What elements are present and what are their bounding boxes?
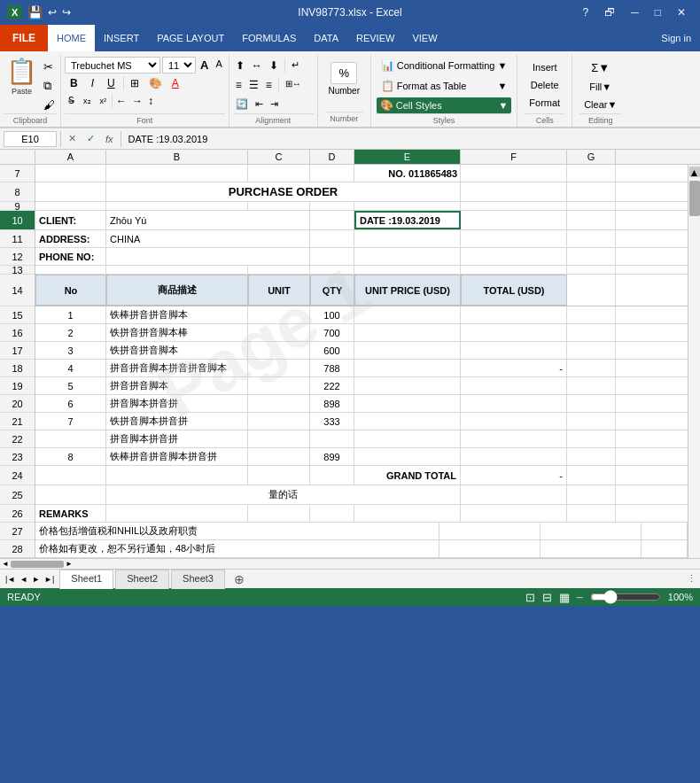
- cell-g9[interactable]: [567, 202, 616, 210]
- horizontal-scrollbar[interactable]: ◄ ►: [0, 558, 700, 569]
- row-header-11[interactable]: 11: [0, 230, 35, 248]
- cell-d15[interactable]: 100: [310, 306, 354, 323]
- row-header-14[interactable]: 14: [0, 275, 35, 306]
- cell-f14[interactable]: TOTAL (USD): [461, 275, 567, 306]
- cell-c14[interactable]: UNIT: [248, 275, 310, 306]
- cut-button[interactable]: ✂: [42, 58, 57, 75]
- tab-scroll-next[interactable]: ►: [30, 573, 42, 585]
- cell-c26[interactable]: [248, 505, 310, 522]
- cell-b14[interactable]: 商品描述: [106, 275, 248, 306]
- cell-g22[interactable]: [567, 430, 616, 447]
- col-header-c[interactable]: C: [248, 150, 310, 164]
- cell-a13[interactable]: [35, 266, 106, 274]
- cancel-formula-button[interactable]: ✕: [65, 132, 80, 145]
- cell-f12[interactable]: [461, 248, 567, 265]
- cell-g19[interactable]: [567, 377, 616, 394]
- row-header-7[interactable]: 7: [0, 165, 35, 182]
- cell-f17[interactable]: [461, 342, 567, 359]
- subscript-button[interactable]: x₂: [80, 95, 95, 107]
- merge-center-button[interactable]: ⊞↔: [283, 76, 304, 94]
- cell-f26[interactable]: [461, 505, 567, 522]
- cell-e27[interactable]: [439, 523, 541, 539]
- row-header-8[interactable]: 8: [0, 182, 35, 202]
- col-header-e[interactable]: E: [354, 150, 461, 164]
- menu-formulas[interactable]: FORMULAS: [233, 25, 305, 51]
- cell-g14[interactable]: [567, 275, 616, 306]
- cell-e18[interactable]: [354, 360, 461, 376]
- cell-b11[interactable]: CHINA: [106, 230, 310, 247]
- scroll-thumb[interactable]: [689, 181, 700, 216]
- wrap-text-button[interactable]: ↵: [289, 57, 302, 74]
- cell-c15[interactable]: [248, 306, 310, 323]
- cell-f8[interactable]: [461, 182, 567, 201]
- name-box[interactable]: [4, 131, 57, 147]
- font-size-select[interactable]: 11: [162, 57, 196, 74]
- cell-d11[interactable]: [310, 230, 354, 247]
- cell-f25[interactable]: [461, 485, 567, 504]
- cell-f10[interactable]: [461, 211, 567, 229]
- align-middle-button[interactable]: ↔: [249, 57, 265, 74]
- row-header-9[interactable]: 9: [0, 202, 35, 211]
- cell-b13[interactable]: [106, 266, 248, 274]
- vertical-scrollbar[interactable]: ▲: [688, 165, 700, 558]
- cell-c7[interactable]: [248, 165, 310, 182]
- tab-scroll-right[interactable]: ►|: [43, 573, 56, 585]
- cell-b24[interactable]: [106, 466, 248, 485]
- cell-a15[interactable]: 1: [35, 306, 106, 323]
- cell-a18[interactable]: 4: [35, 360, 106, 376]
- border-button[interactable]: ⊞: [127, 75, 143, 91]
- cell-d10[interactable]: [310, 211, 354, 229]
- row-header-12[interactable]: 12: [0, 248, 35, 266]
- cell-c17[interactable]: [248, 342, 310, 359]
- cell-g17[interactable]: [567, 342, 616, 359]
- row-header-25[interactable]: 25: [0, 485, 35, 505]
- cell-g13[interactable]: [567, 266, 616, 274]
- menu-page-layout[interactable]: PAGE LAYOUT: [148, 25, 233, 51]
- number-format-dropdown[interactable]: %: [331, 62, 357, 84]
- cell-d23[interactable]: 899: [310, 448, 354, 465]
- cell-c19[interactable]: [248, 377, 310, 394]
- cell-g20[interactable]: [567, 395, 616, 412]
- cell-g16[interactable]: [567, 324, 616, 341]
- row-header-15[interactable]: 15: [0, 306, 35, 324]
- decrease-indent-button[interactable]: ⇤: [253, 96, 266, 112]
- row-header-27[interactable]: 27: [0, 523, 35, 540]
- cell-f28[interactable]: [541, 540, 642, 557]
- bold-button[interactable]: B: [65, 75, 83, 91]
- cell-f15[interactable]: [461, 306, 567, 323]
- cell-e28[interactable]: [439, 540, 541, 557]
- cell-a27[interactable]: 价格包括增值税和NHIL以及政府职责: [35, 523, 439, 539]
- cell-a19[interactable]: 5: [35, 377, 106, 394]
- row-header-13[interactable]: 13: [0, 266, 35, 275]
- cell-a23[interactable]: 8: [35, 448, 106, 465]
- cell-a25[interactable]: [35, 485, 106, 504]
- cell-b8-merged[interactable]: PURCHASE ORDER: [106, 182, 461, 201]
- insert-cells-button[interactable]: Insert: [528, 59, 562, 75]
- cell-c13[interactable]: [248, 266, 310, 274]
- cell-a16[interactable]: 2: [35, 324, 106, 341]
- cell-f23[interactable]: [461, 448, 567, 465]
- format-cells-button[interactable]: Format: [525, 95, 564, 111]
- cell-e26[interactable]: [354, 505, 461, 522]
- close-button[interactable]: ✕: [670, 4, 693, 20]
- cell-b19[interactable]: 拼音拼音脚本: [106, 377, 248, 394]
- cell-f27[interactable]: [541, 523, 642, 539]
- cell-g27[interactable]: [642, 523, 688, 539]
- cell-g25[interactable]: [567, 485, 616, 504]
- cell-b17[interactable]: 铁拼音拼音脚本: [106, 342, 248, 359]
- cell-d26[interactable]: [310, 505, 354, 522]
- superscript-button[interactable]: x²: [97, 95, 111, 107]
- fill-button[interactable]: Fill▼: [585, 79, 616, 95]
- cell-c24[interactable]: [248, 466, 310, 485]
- cell-a14[interactable]: No: [35, 275, 106, 306]
- restore-down-button[interactable]: 🗗: [597, 4, 622, 20]
- cell-g24[interactable]: [567, 466, 616, 485]
- cell-g28[interactable]: [642, 540, 688, 557]
- font-name-select[interactable]: Trebuchet MS: [65, 57, 160, 74]
- confirm-formula-button[interactable]: ✓: [83, 132, 98, 145]
- cell-d19[interactable]: 222: [310, 377, 354, 394]
- cell-g10[interactable]: [567, 211, 616, 229]
- cell-b26[interactable]: [106, 505, 248, 522]
- cell-a11[interactable]: ADDRESS:: [35, 230, 106, 247]
- page-layout-button[interactable]: ⊟: [542, 591, 552, 604]
